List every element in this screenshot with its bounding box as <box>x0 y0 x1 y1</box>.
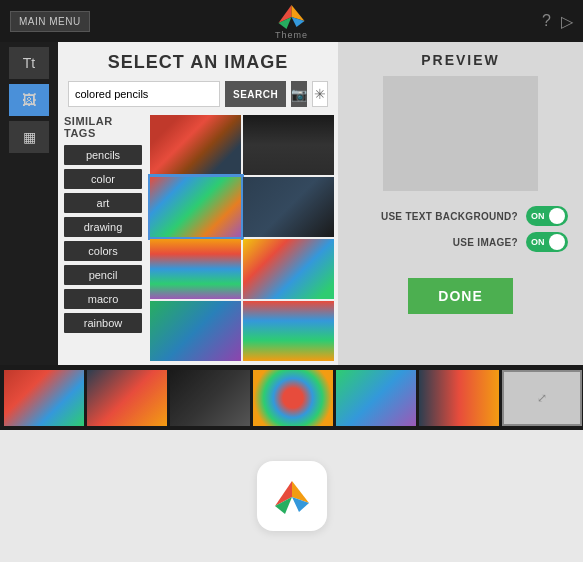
expand-icon: ⤢ <box>537 391 547 405</box>
logo-bird-icon <box>272 478 312 514</box>
image-cell-4[interactable] <box>243 177 334 237</box>
filmstrip-cell-3[interactable] <box>170 370 250 426</box>
filmstrip-cell-1[interactable] <box>4 370 84 426</box>
camera-button[interactable]: 📷 <box>291 81 307 107</box>
done-button[interactable]: DONE <box>408 278 512 314</box>
text-icon: Tt <box>23 55 35 71</box>
tag-drawing[interactable]: drawing <box>64 217 142 237</box>
preview-panel: PREVIEW USE TEXT BACKGROUND? ON USE IMAG… <box>338 42 583 365</box>
preview-title: PREVIEW <box>421 52 500 68</box>
use-image-toggle-row: USE IMAGE? ON <box>353 232 568 252</box>
editor: MAIN MENU Theme ? ▷ Tt <box>0 0 583 430</box>
tag-pencils[interactable]: pencils <box>64 145 142 165</box>
tag-color[interactable]: color <box>64 169 142 189</box>
image-cell-7[interactable] <box>150 301 241 361</box>
search-bar: SEARCH 📷 ✳ <box>58 81 338 115</box>
filmstrip: ⤢ + <box>0 365 583 430</box>
theme-bird-icon <box>276 3 306 29</box>
text-tool-button[interactable]: Tt <box>9 47 49 79</box>
search-input[interactable] <box>68 81 220 107</box>
image-grid <box>148 115 338 365</box>
top-bar-right: ? ▷ <box>542 12 573 31</box>
app-logo <box>257 461 327 531</box>
image-cell-1[interactable] <box>150 115 241 175</box>
text-bg-label: USE TEXT BACKGROUND? <box>381 211 518 222</box>
image-cell-6[interactable] <box>243 239 334 299</box>
text-bg-toggle[interactable]: ON <box>526 206 568 226</box>
left-sidebar: Tt 🖼 ▦ <box>0 42 58 365</box>
image-cell-3[interactable] <box>150 177 241 237</box>
filter-button[interactable]: ✳ <box>312 81 328 107</box>
main-menu-button[interactable]: MAIN MENU <box>10 11 90 32</box>
filmstrip-cell-4[interactable] <box>253 370 333 426</box>
tag-macro[interactable]: macro <box>64 289 142 309</box>
image-cell-2[interactable] <box>243 115 334 175</box>
layout-tool-button[interactable]: ▦ <box>9 121 49 153</box>
image-cell-5[interactable] <box>150 239 241 299</box>
use-image-toggle[interactable]: ON <box>526 232 568 252</box>
camera-icon: 📷 <box>291 87 307 102</box>
layout-icon: ▦ <box>23 129 36 145</box>
image-panel: SELECT AN IMAGE SEARCH 📷 ✳ SIMILAR TAGS <box>58 42 338 365</box>
tag-pencil[interactable]: pencil <box>64 265 142 285</box>
tag-colors[interactable]: colors <box>64 241 142 261</box>
text-bg-toggle-row: USE TEXT BACKGROUND? ON <box>353 206 568 226</box>
use-image-toggle-on-text: ON <box>531 237 545 247</box>
filmstrip-cell-2[interactable] <box>87 370 167 426</box>
text-bg-toggle-knob <box>549 208 565 224</box>
tag-rainbow[interactable]: rainbow <box>64 313 142 333</box>
filmstrip-cell-selected[interactable]: ⤢ <box>502 370 582 426</box>
preview-image <box>383 76 538 191</box>
image-cell-8[interactable] <box>243 301 334 361</box>
image-tool-button[interactable]: 🖼 <box>9 84 49 116</box>
panel-body: SIMILAR TAGS pencils color art drawing c… <box>58 115 338 365</box>
app-container: MAIN MENU Theme ? ▷ Tt <box>0 0 583 562</box>
search-button[interactable]: SEARCH <box>225 81 286 107</box>
logo-area <box>0 430 583 562</box>
editor-content: Tt 🖼 ▦ SELECT AN IMAGE SEARCH 📷 <box>0 42 583 365</box>
tags-header: SIMILAR TAGS <box>64 115 142 139</box>
play-icon[interactable]: ▷ <box>561 12 573 31</box>
panel-title: SELECT AN IMAGE <box>58 42 338 81</box>
use-image-label: USE IMAGE? <box>453 237 518 248</box>
image-icon: 🖼 <box>22 92 36 108</box>
text-bg-toggle-on-text: ON <box>531 211 545 221</box>
snowflake-icon: ✳ <box>314 86 326 102</box>
use-image-toggle-knob <box>549 234 565 250</box>
theme-logo: Theme <box>275 3 308 40</box>
tag-art[interactable]: art <box>64 193 142 213</box>
help-icon[interactable]: ? <box>542 12 551 31</box>
tags-column: SIMILAR TAGS pencils color art drawing c… <box>58 115 148 365</box>
theme-label: Theme <box>275 30 308 40</box>
top-bar: MAIN MENU Theme ? ▷ <box>0 0 583 42</box>
filmstrip-cell-5[interactable] <box>336 370 416 426</box>
filmstrip-cell-6[interactable] <box>419 370 499 426</box>
